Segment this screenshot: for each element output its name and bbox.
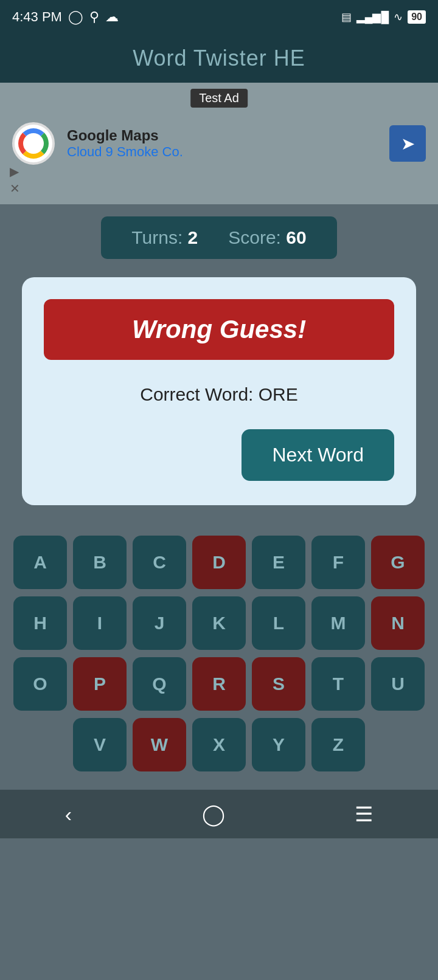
key-v[interactable]: V <box>73 718 127 771</box>
title-bar: Word Twister HE <box>0 34 438 83</box>
home-nav-icon[interactable]: ◯ <box>202 802 225 826</box>
key-l[interactable]: L <box>252 596 305 650</box>
key-x[interactable]: X <box>192 718 246 771</box>
keyboard-row: OPQRSTU <box>12 657 426 711</box>
next-word-button[interactable]: Next Word <box>242 429 394 481</box>
ad-company-name: Google Maps <box>67 127 377 144</box>
key-g[interactable]: G <box>371 536 425 589</box>
ad-company-subtitle: Cloud 9 Smoke Co. <box>67 144 377 160</box>
battery-display: 90 <box>408 10 426 24</box>
score-label: Score: 60 <box>228 227 306 248</box>
keyboard-row: VWXYZ <box>12 718 426 771</box>
dialog-card: Wrong Guess! Correct Word: ORE Next Word <box>22 277 416 505</box>
turns-label: Turns: 2 <box>131 227 198 248</box>
back-nav-icon[interactable]: ‹ <box>65 802 72 826</box>
ad-logo <box>12 122 55 165</box>
next-word-row: Next Word <box>44 429 394 481</box>
key-r[interactable]: R <box>192 657 246 711</box>
signal-icon: ▂▄▆█ <box>356 10 389 24</box>
key-d[interactable]: D <box>192 536 246 589</box>
key-z[interactable]: Z <box>311 718 365 771</box>
key-o[interactable]: O <box>13 657 67 711</box>
app-title: Word Twister HE <box>133 46 305 71</box>
score-bar: Turns: 2 Score: 60 <box>0 204 438 271</box>
status-bar: 4:43 PM ◯ ⚲ ☁ ▤ ▂▄▆█ ∿ 90 <box>0 0 438 34</box>
keyboard-area: ABCDEFGHIJKLMNOPQRSTUVWXYZ <box>0 523 438 778</box>
ad-navigate-icon[interactable]: ➤ <box>389 125 426 162</box>
ad-close-icon[interactable]: ✕ <box>10 181 20 196</box>
key-j[interactable]: J <box>133 596 186 650</box>
key-u[interactable]: U <box>371 657 425 711</box>
wrong-guess-banner: Wrong Guess! <box>44 299 394 360</box>
ad-banner: Test Ad Google Maps Cloud 9 Smoke Co. ➤ … <box>0 83 438 204</box>
correct-word-text: Correct Word: ORE <box>44 378 394 411</box>
vibrate-icon: ▤ <box>341 10 352 24</box>
status-right: ▤ ▂▄▆█ ∿ 90 <box>341 10 426 24</box>
ad-play-icon[interactable]: ▶ <box>10 164 20 179</box>
wifi-icon: ∿ <box>394 10 403 24</box>
key-h[interactable]: H <box>13 596 67 650</box>
usb-icon: ⚲ <box>89 9 99 25</box>
time-display: 4:43 PM <box>12 9 62 25</box>
menu-nav-icon[interactable]: ☰ <box>355 802 373 826</box>
whatsapp-icon: ◯ <box>68 9 83 25</box>
key-i[interactable]: I <box>73 596 127 650</box>
key-t[interactable]: T <box>311 657 365 711</box>
status-left: 4:43 PM ◯ ⚲ ☁ <box>12 9 119 25</box>
key-f[interactable]: F <box>311 536 365 589</box>
key-q[interactable]: Q <box>133 657 186 711</box>
key-w[interactable]: W <box>133 718 186 771</box>
key-e[interactable]: E <box>252 536 305 589</box>
turns-value: 2 <box>188 227 198 247</box>
key-a[interactable]: A <box>13 536 67 589</box>
ad-content[interactable]: Google Maps Cloud 9 Smoke Co. ➤ <box>0 110 438 177</box>
key-y[interactable]: Y <box>252 718 305 771</box>
key-p[interactable]: P <box>73 657 127 711</box>
keyboard-row: ABCDEFG <box>12 536 426 589</box>
nav-bar: ‹ ◯ ☰ <box>0 790 438 838</box>
key-c[interactable]: C <box>133 536 186 589</box>
cloud-icon: ☁ <box>105 9 119 25</box>
ad-controls: ▶ ✕ <box>10 164 20 196</box>
key-n[interactable]: N <box>371 596 425 650</box>
score-value: 60 <box>286 227 306 247</box>
key-k[interactable]: K <box>192 596 246 650</box>
keyboard-row: HIJKLMN <box>12 596 426 650</box>
ad-label: Test Ad <box>190 89 248 108</box>
wrong-guess-label: Wrong Guess! <box>132 315 306 343</box>
ad-text: Google Maps Cloud 9 Smoke Co. <box>67 127 377 160</box>
key-m[interactable]: M <box>311 596 365 650</box>
key-s[interactable]: S <box>252 657 305 711</box>
score-box: Turns: 2 Score: 60 <box>101 216 336 259</box>
key-b[interactable]: B <box>73 536 127 589</box>
google-logo-icon <box>18 128 49 159</box>
